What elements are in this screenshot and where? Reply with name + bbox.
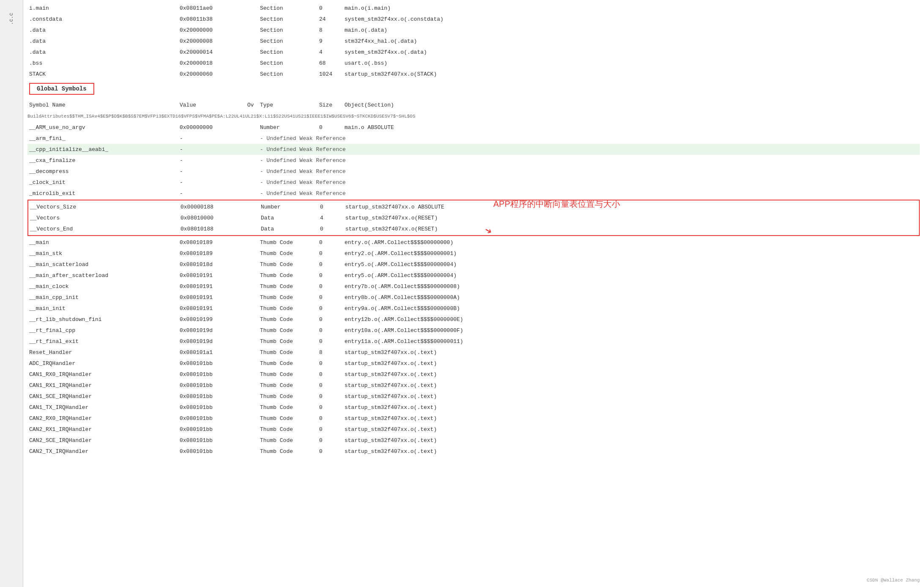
symbol-size: 4 xyxy=(320,215,345,221)
symbol-size: 0 xyxy=(319,316,344,323)
symbol-value: 0x080101bb xyxy=(180,404,247,411)
symbol-size: 0 xyxy=(319,272,344,279)
symbol-type: Section xyxy=(260,38,319,44)
column-headers-row: Symbol Name Value Ov Type Size Object(Se… xyxy=(27,99,920,111)
symbol-name: .bss xyxy=(27,60,180,66)
symbol-name: __rt_final_cpp xyxy=(27,327,180,334)
table-row: STACK0x20000060Section1024startup_stm32f… xyxy=(27,69,920,80)
symbol-value: 0x08011ae0 xyxy=(180,5,247,11)
symbol-type: - Undefined Weak Reference xyxy=(260,146,346,153)
symbol-name: .data xyxy=(27,49,180,55)
symbol-name: CAN2_RX0_IRQHandler xyxy=(27,415,180,422)
symbol-value: 0x20000014 xyxy=(180,49,247,55)
symbol-size: 1024 xyxy=(319,71,344,77)
table-row: CAN1_RX1_IRQHandler0x080101bbThumb Code0… xyxy=(27,380,920,391)
symbol-value: 0x080101bb xyxy=(180,426,247,433)
main-container: .c.c i.main0x08011ae0Section0main.o(i.ma… xyxy=(0,0,924,587)
table-row: .data0x20000008Section9stm32f4xx_hal.o(.… xyxy=(27,36,920,47)
symbol-type: Thumb Code xyxy=(260,283,319,290)
symbol-name: __rt_lib_shutdown_fini xyxy=(27,316,180,323)
symbol-value: 0x080101bb xyxy=(180,371,247,378)
symbol-value: 0x0801018d xyxy=(180,261,247,268)
symbol-size: 0 xyxy=(319,371,344,378)
red-boxed-section: APP程序的中断向量表位置与大小 ➔ __Vectors_Size0x00000… xyxy=(27,200,920,236)
symbol-rows: __ARM_use_no_argv0x00000000Number0main.o… xyxy=(27,122,920,199)
symbol-value: - xyxy=(180,135,247,142)
symbol-name: __main_after_scatterload xyxy=(27,272,180,279)
symbol-name: ADC_IRQHandler xyxy=(27,360,180,367)
symbol-type: Data xyxy=(261,226,320,232)
symbol-value: - xyxy=(180,190,247,197)
bottom-rows: __main0x08010189Thumb Code0entry.o(.ARM.… xyxy=(27,237,920,457)
build-attrs-text: BuildAttributes$$THM_ISAv4$E$P$D$K$B$S$7… xyxy=(27,114,416,119)
symbol-object: system_stm32f4xx.o(.data) xyxy=(344,49,920,55)
symbol-value: 0x08010189 xyxy=(180,250,247,257)
symbol-size: 0 xyxy=(319,294,344,301)
symbol-type: Section xyxy=(260,71,319,77)
symbol-name: __cpp_initialize__aeabi_ xyxy=(27,146,180,153)
table-row: __rt_final_cpp0x0801019dThumb Code0entry… xyxy=(27,325,920,336)
symbol-type: Thumb Code xyxy=(260,327,319,334)
table-row: i.main0x08011ae0Section0main.o(i.main) xyxy=(27,3,920,14)
table-row: Reset_Handler0x080101a1Thumb Code8startu… xyxy=(27,347,920,358)
symbol-type: Thumb Code xyxy=(260,305,319,312)
symbol-size: 24 xyxy=(319,16,344,22)
table-row: .constdata0x08011b38Section24system_stm3… xyxy=(27,14,920,25)
symbol-name: __decompress xyxy=(27,168,180,175)
table-row: __ARM_use_no_argv0x00000000Number0main.o… xyxy=(27,122,920,133)
table-row: CAN2_RX0_IRQHandler0x080101bbThumb Code0… xyxy=(27,413,920,424)
symbol-object: entry2.o(.ARM.Collect$$$$00000001) xyxy=(344,250,920,257)
symbol-name: __rt_final_exit xyxy=(27,338,180,345)
table-row: __main_cpp_init0x08010191Thumb Code0entr… xyxy=(27,292,920,303)
symbol-size: 8 xyxy=(319,349,344,356)
table-row: __cxa_finalize-- Undefined Weak Referenc… xyxy=(27,155,920,166)
table-row: __main_init0x08010191Thumb Code0entry9a.… xyxy=(27,303,920,314)
symbol-type: Section xyxy=(260,16,319,22)
symbol-type: - Undefined Weak Reference xyxy=(260,168,346,175)
table-row: __cpp_initialize__aeabi_-- Undefined Wea… xyxy=(27,144,920,155)
symbol-size: 0 xyxy=(319,338,344,345)
symbol-value: 0x08010000 xyxy=(180,215,248,221)
table-row: __arm_fini_-- Undefined Weak Reference xyxy=(27,133,920,144)
symbol-name: __cxa_finalize xyxy=(27,157,180,164)
table-row: CAN1_RX0_IRQHandler0x080101bbThumb Code0… xyxy=(27,369,920,380)
symbol-object: entry10a.o(.ARM.Collect$$$$0000000F) xyxy=(344,327,920,334)
watermark: CSDN @Wallace Zhang xyxy=(867,578,920,583)
symbol-size: 0 xyxy=(320,226,345,232)
symbol-type: Thumb Code xyxy=(260,382,319,389)
table-row: __main_scatterload0x0801018dThumb Code0e… xyxy=(27,259,920,270)
symbol-type: Section xyxy=(260,5,319,11)
symbol-size: 0 xyxy=(320,204,345,210)
symbol-name: __main xyxy=(27,239,180,246)
content-area: i.main0x08011ae0Section0main.o(i.main).c… xyxy=(23,0,924,587)
symbol-object: system_stm32f4xx.o(.constdata) xyxy=(344,16,920,22)
symbol-value: 0x00000188 xyxy=(180,204,248,210)
symbol-object: startup_stm32f407xx.o(.text) xyxy=(344,360,920,367)
symbol-value: 0x0801019d xyxy=(180,338,247,345)
symbol-name: .data xyxy=(27,38,180,44)
table-row: __main0x08010189Thumb Code0entry.o(.ARM.… xyxy=(27,237,920,248)
global-symbols-header: Global Symbols xyxy=(29,83,94,95)
symbol-type: Thumb Code xyxy=(260,448,319,455)
symbol-value: 0x20000008 xyxy=(180,38,247,44)
table-row: CAN2_RX1_IRQHandler0x080101bbThumb Code0… xyxy=(27,424,920,435)
symbol-size: 0 xyxy=(319,448,344,455)
symbol-size: 0 xyxy=(319,283,344,290)
table-row: CAN2_TX_IRQHandler0x080101bbThumb Code0s… xyxy=(27,446,920,457)
symbol-name: __main_clock xyxy=(27,283,180,290)
symbol-type: Data xyxy=(261,215,320,221)
symbol-size: 68 xyxy=(319,60,344,66)
table-row: _microlib_exit-- Undefined Weak Referenc… xyxy=(27,188,920,199)
top-section-rows: i.main0x08011ae0Section0main.o(i.main).c… xyxy=(27,3,920,80)
symbol-object: main.o ABSOLUTE xyxy=(344,124,920,131)
symbol-name: .data xyxy=(27,27,180,33)
symbol-object: startup_stm32f407xx.o(.text) xyxy=(344,415,920,422)
symbol-type: Section xyxy=(260,49,319,55)
symbol-object: startup_stm32f407xx.o(RESET) xyxy=(345,226,919,232)
table-row: __main_stk0x08010189Thumb Code0entry2.o(… xyxy=(27,248,920,259)
symbol-object: entry9a.o(.ARM.Collect$$$$0000000B) xyxy=(344,305,920,312)
symbol-size: 0 xyxy=(319,404,344,411)
symbol-type: Number xyxy=(260,124,319,131)
symbol-size: 9 xyxy=(319,38,344,44)
symbol-value: - xyxy=(180,146,247,153)
